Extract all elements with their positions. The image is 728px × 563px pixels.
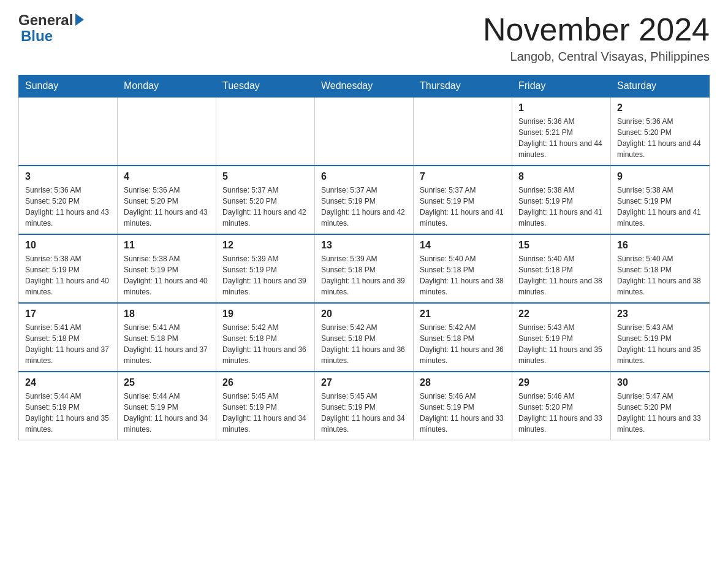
day-number: 4 (124, 171, 210, 182)
calendar-cell: 18Sunrise: 5:41 AM Sunset: 5:18 PM Dayli… (118, 303, 216, 372)
day-number: 11 (124, 240, 210, 251)
calendar-cell: 26Sunrise: 5:45 AM Sunset: 5:19 PM Dayli… (216, 372, 315, 440)
day-info: Sunrise: 5:41 AM Sunset: 5:18 PM Dayligh… (25, 322, 111, 366)
day-info: Sunrise: 5:39 AM Sunset: 5:18 PM Dayligh… (321, 253, 407, 297)
day-info: Sunrise: 5:36 AM Sunset: 5:20 PM Dayligh… (617, 116, 703, 160)
week-row-2: 3Sunrise: 5:36 AM Sunset: 5:20 PM Daylig… (19, 166, 710, 234)
calendar-cell: 3Sunrise: 5:36 AM Sunset: 5:20 PM Daylig… (19, 166, 118, 234)
day-number: 12 (222, 240, 308, 251)
day-info: Sunrise: 5:36 AM Sunset: 5:20 PM Dayligh… (124, 185, 210, 229)
calendar-cell (118, 97, 216, 166)
weekday-header-saturday: Saturday (611, 75, 710, 98)
day-number: 24 (25, 377, 111, 388)
day-info: Sunrise: 5:37 AM Sunset: 5:19 PM Dayligh… (321, 185, 407, 229)
calendar-cell: 16Sunrise: 5:40 AM Sunset: 5:18 PM Dayli… (611, 234, 710, 303)
day-number: 25 (124, 377, 210, 388)
calendar-cell: 17Sunrise: 5:41 AM Sunset: 5:18 PM Dayli… (19, 303, 118, 372)
day-number: 9 (617, 171, 703, 182)
calendar-cell: 4Sunrise: 5:36 AM Sunset: 5:20 PM Daylig… (118, 166, 216, 234)
calendar-cell: 10Sunrise: 5:38 AM Sunset: 5:19 PM Dayli… (19, 234, 118, 303)
day-number: 5 (222, 171, 308, 182)
calendar-cell: 20Sunrise: 5:42 AM Sunset: 5:18 PM Dayli… (315, 303, 414, 372)
day-info: Sunrise: 5:46 AM Sunset: 5:19 PM Dayligh… (420, 391, 506, 435)
day-info: Sunrise: 5:43 AM Sunset: 5:19 PM Dayligh… (518, 322, 604, 366)
calendar-cell: 13Sunrise: 5:39 AM Sunset: 5:18 PM Dayli… (315, 234, 414, 303)
logo: General Blue (18, 12, 84, 45)
day-info: Sunrise: 5:44 AM Sunset: 5:19 PM Dayligh… (25, 391, 111, 435)
calendar-cell: 19Sunrise: 5:42 AM Sunset: 5:18 PM Dayli… (216, 303, 315, 372)
weekday-header-tuesday: Tuesday (216, 75, 315, 98)
weekday-header-friday: Friday (512, 75, 611, 98)
calendar-cell: 12Sunrise: 5:39 AM Sunset: 5:19 PM Dayli… (216, 234, 315, 303)
day-info: Sunrise: 5:42 AM Sunset: 5:18 PM Dayligh… (420, 322, 506, 366)
calendar-cell: 25Sunrise: 5:44 AM Sunset: 5:19 PM Dayli… (118, 372, 216, 440)
week-row-3: 10Sunrise: 5:38 AM Sunset: 5:19 PM Dayli… (19, 234, 710, 303)
day-info: Sunrise: 5:37 AM Sunset: 5:19 PM Dayligh… (420, 185, 506, 229)
day-number: 17 (25, 308, 111, 320)
day-info: Sunrise: 5:45 AM Sunset: 5:19 PM Dayligh… (321, 391, 407, 435)
day-info: Sunrise: 5:38 AM Sunset: 5:19 PM Dayligh… (617, 185, 703, 229)
day-number: 18 (124, 308, 210, 320)
day-number: 19 (222, 308, 308, 320)
day-info: Sunrise: 5:45 AM Sunset: 5:19 PM Dayligh… (222, 391, 308, 435)
calendar-cell: 8Sunrise: 5:38 AM Sunset: 5:19 PM Daylig… (512, 166, 611, 234)
day-info: Sunrise: 5:40 AM Sunset: 5:18 PM Dayligh… (518, 253, 604, 297)
logo-blue-text: Blue (21, 28, 53, 44)
day-info: Sunrise: 5:41 AM Sunset: 5:18 PM Dayligh… (124, 322, 210, 366)
calendar-cell: 6Sunrise: 5:37 AM Sunset: 5:19 PM Daylig… (315, 166, 414, 234)
day-info: Sunrise: 5:38 AM Sunset: 5:19 PM Dayligh… (518, 185, 604, 229)
day-info: Sunrise: 5:36 AM Sunset: 5:21 PM Dayligh… (518, 116, 604, 160)
day-number: 13 (321, 240, 407, 251)
day-number: 16 (617, 240, 703, 251)
calendar-cell: 5Sunrise: 5:37 AM Sunset: 5:20 PM Daylig… (216, 166, 315, 234)
day-number: 7 (420, 171, 506, 182)
week-row-1: 1Sunrise: 5:36 AM Sunset: 5:21 PM Daylig… (19, 97, 710, 166)
day-number: 6 (321, 171, 407, 182)
day-number: 21 (420, 308, 506, 320)
month-title: November 2024 (483, 12, 710, 47)
week-row-5: 24Sunrise: 5:44 AM Sunset: 5:19 PM Dayli… (19, 372, 710, 440)
page-header: General Blue November 2024 Langob, Centr… (18, 12, 710, 64)
day-info: Sunrise: 5:43 AM Sunset: 5:19 PM Dayligh… (617, 322, 703, 366)
calendar-cell: 30Sunrise: 5:47 AM Sunset: 5:20 PM Dayli… (611, 372, 710, 440)
calendar-cell: 15Sunrise: 5:40 AM Sunset: 5:18 PM Dayli… (512, 234, 611, 303)
day-info: Sunrise: 5:46 AM Sunset: 5:20 PM Dayligh… (518, 391, 604, 435)
day-number: 14 (420, 240, 506, 251)
day-number: 27 (321, 377, 407, 388)
day-info: Sunrise: 5:47 AM Sunset: 5:20 PM Dayligh… (617, 391, 703, 435)
day-number: 1 (518, 102, 604, 113)
day-number: 28 (420, 377, 506, 388)
day-number: 30 (617, 377, 703, 388)
calendar-table: SundayMondayTuesdayWednesdayThursdayFrid… (18, 75, 710, 440)
day-info: Sunrise: 5:38 AM Sunset: 5:19 PM Dayligh… (25, 253, 111, 297)
location-title: Langob, Central Visayas, Philippines (483, 50, 710, 64)
calendar-cell: 21Sunrise: 5:42 AM Sunset: 5:18 PM Dayli… (414, 303, 512, 372)
week-row-4: 17Sunrise: 5:41 AM Sunset: 5:18 PM Dayli… (19, 303, 710, 372)
calendar-cell (216, 97, 315, 166)
day-info: Sunrise: 5:42 AM Sunset: 5:18 PM Dayligh… (222, 322, 308, 366)
calendar-cell: 2Sunrise: 5:36 AM Sunset: 5:20 PM Daylig… (611, 97, 710, 166)
logo-general-text: General (18, 12, 73, 28)
calendar-cell: 22Sunrise: 5:43 AM Sunset: 5:19 PM Dayli… (512, 303, 611, 372)
calendar-cell: 7Sunrise: 5:37 AM Sunset: 5:19 PM Daylig… (414, 166, 512, 234)
weekday-header-monday: Monday (118, 75, 216, 98)
day-number: 3 (25, 171, 111, 182)
day-number: 23 (617, 308, 703, 320)
calendar-cell: 24Sunrise: 5:44 AM Sunset: 5:19 PM Dayli… (19, 372, 118, 440)
calendar-cell: 9Sunrise: 5:38 AM Sunset: 5:19 PM Daylig… (611, 166, 710, 234)
calendar-cell: 11Sunrise: 5:38 AM Sunset: 5:19 PM Dayli… (118, 234, 216, 303)
logo-triangle-icon (75, 13, 84, 26)
day-info: Sunrise: 5:37 AM Sunset: 5:20 PM Dayligh… (222, 185, 308, 229)
day-number: 22 (518, 308, 604, 320)
day-info: Sunrise: 5:42 AM Sunset: 5:18 PM Dayligh… (321, 322, 407, 366)
calendar-cell (315, 97, 414, 166)
day-number: 10 (25, 240, 111, 251)
weekday-header-sunday: Sunday (19, 75, 118, 98)
weekday-header-wednesday: Wednesday (315, 75, 414, 98)
weekday-header-row: SundayMondayTuesdayWednesdayThursdayFrid… (19, 75, 710, 98)
day-info: Sunrise: 5:38 AM Sunset: 5:19 PM Dayligh… (124, 253, 210, 297)
day-number: 20 (321, 308, 407, 320)
day-number: 2 (617, 102, 703, 113)
calendar-cell: 14Sunrise: 5:40 AM Sunset: 5:18 PM Dayli… (414, 234, 512, 303)
day-number: 29 (518, 377, 604, 388)
